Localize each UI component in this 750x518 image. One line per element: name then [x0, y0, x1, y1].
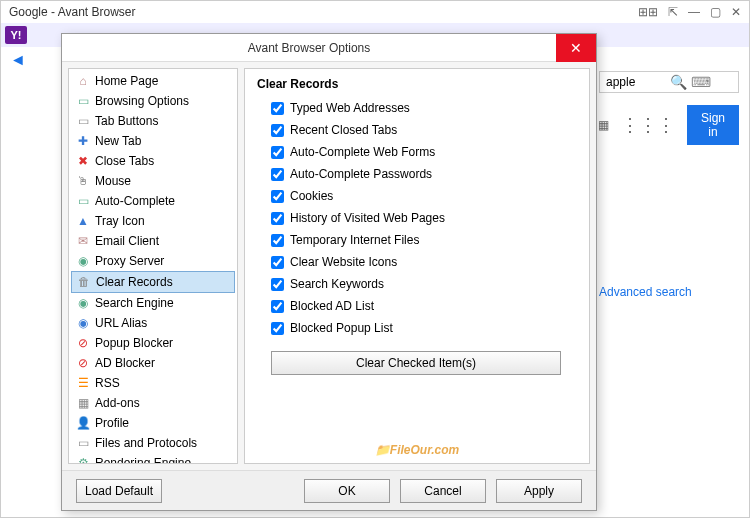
maximize-icon[interactable]: ▢ [710, 5, 721, 19]
content-panel: Clear Records Typed Web AddressesRecent … [244, 68, 590, 464]
checkbox-typed-web-addresses[interactable] [271, 102, 284, 115]
checkbox-clear-website-icons[interactable] [271, 256, 284, 269]
sidebar-item-new-tab[interactable]: ✚New Tab [71, 131, 235, 151]
search-box[interactable]: 🔍 ⌨ [599, 71, 739, 93]
popup-blocker-icon: ⊘ [75, 335, 91, 351]
sidebar-item-label: Email Client [95, 234, 159, 248]
checkbox-label: Clear Website Icons [290, 255, 397, 269]
checkbox-label: Auto-Complete Passwords [290, 167, 432, 181]
main-titlebar: Google - Avant Browser ⊞⊞ ⇱ — ▢ ✕ [1, 1, 749, 23]
sidebar-item-popup-blocker[interactable]: ⊘Popup Blocker [71, 333, 235, 353]
sidebar-item-label: New Tab [95, 134, 141, 148]
search-engine-icon: ◉ [75, 295, 91, 311]
checkbox-label: Recent Closed Tabs [290, 123, 397, 137]
checkbox-temporary-internet-files[interactable] [271, 234, 284, 247]
sidebar-item-label: Profile [95, 416, 129, 430]
sidebar-item-rendering-engine[interactable]: ⚙Rendering Engine [71, 453, 235, 464]
sidebar-item-search-engine[interactable]: ◉Search Engine [71, 293, 235, 313]
advanced-search-link[interactable]: Advanced search [599, 285, 739, 299]
new-tab-icon: ✚ [75, 133, 91, 149]
sidebar-item-files-and-protocols[interactable]: ▭Files and Protocols [71, 433, 235, 453]
search-icon[interactable]: 🔍 [670, 74, 687, 90]
sidebar-item-add-ons[interactable]: ▦Add-ons [71, 393, 235, 413]
sidebar-item-tab-buttons[interactable]: ▭Tab Buttons [71, 111, 235, 131]
sidebar-item-label: Auto-Complete [95, 194, 175, 208]
checkbox-row: Typed Web Addresses [257, 101, 577, 115]
sidebar-item-label: RSS [95, 376, 120, 390]
sign-in-button[interactable]: Sign in [687, 105, 739, 145]
checkbox-blocked-popup-list[interactable] [271, 322, 284, 335]
sidebar-item-close-tabs[interactable]: ✖Close Tabs [71, 151, 235, 171]
tab-buttons-icon: ▭ [75, 113, 91, 129]
checkbox-label: Blocked Popup List [290, 321, 393, 335]
sidebar-item-label: Add-ons [95, 396, 140, 410]
checkbox-row: Auto-Complete Web Forms [257, 145, 577, 159]
checkbox-row: Temporary Internet Files [257, 233, 577, 247]
sidebar-item-email-client[interactable]: ✉Email Client [71, 231, 235, 251]
checkbox-row: Search Keywords [257, 277, 577, 291]
sidebar-item-proxy-server[interactable]: ◉Proxy Server [71, 251, 235, 271]
checkbox-label: Auto-Complete Web Forms [290, 145, 435, 159]
minimize-icon[interactable]: — [688, 5, 700, 19]
dialog-body: ⌂Home Page▭Browsing Options▭Tab Buttons✚… [62, 62, 596, 470]
checkbox-auto-complete-web-forms[interactable] [271, 146, 284, 159]
dialog-title: Avant Browser Options [62, 41, 556, 55]
checkbox-label: Blocked AD List [290, 299, 374, 313]
sidebar-item-label: Tab Buttons [95, 114, 158, 128]
dialog-footer: Load Default OK Cancel Apply [62, 470, 596, 510]
page-right-content: 🔍 ⌨ ▦ ⋮⋮⋮ Sign in Advanced search [599, 71, 739, 299]
grid-apps-icon[interactable]: ⋮⋮⋮ [621, 114, 675, 136]
clear-records-icon: 🗑 [76, 274, 92, 290]
close-tabs-icon: ✖ [75, 153, 91, 169]
image-icon[interactable]: ▦ [598, 118, 609, 132]
sidebar-item-label: Home Page [95, 74, 158, 88]
tray-icon-icon: ▲ [75, 213, 91, 229]
tab-yahoo-icon[interactable]: Y! [5, 26, 27, 44]
sidebar-item-tray-icon[interactable]: ▲Tray Icon [71, 211, 235, 231]
back-button[interactable]: ◄ [9, 51, 27, 69]
keyboard-icon[interactable]: ⌨ [691, 74, 711, 90]
sidebar-item-label: Clear Records [96, 275, 173, 289]
search-input[interactable] [606, 75, 666, 89]
sidebar-item-label: Mouse [95, 174, 131, 188]
restore-icon[interactable]: ⇱ [668, 5, 678, 19]
checkbox-list: Typed Web AddressesRecent Closed TabsAut… [257, 101, 577, 335]
sidebar-item-rss[interactable]: ☰RSS [71, 373, 235, 393]
profile-icon: 👤 [75, 415, 91, 431]
sidebar-item-url-alias[interactable]: ◉URL Alias [71, 313, 235, 333]
sidebar-item-browsing-options[interactable]: ▭Browsing Options [71, 91, 235, 111]
checkbox-auto-complete-passwords[interactable] [271, 168, 284, 181]
checkbox-search-keywords[interactable] [271, 278, 284, 291]
apply-button[interactable]: Apply [496, 479, 582, 503]
panel-title: Clear Records [257, 77, 577, 91]
apps-icon[interactable]: ⊞⊞ [638, 5, 658, 19]
checkbox-cookies[interactable] [271, 190, 284, 203]
checkbox-row: Auto-Complete Passwords [257, 167, 577, 181]
sidebar-item-mouse[interactable]: 🖱Mouse [71, 171, 235, 191]
ok-button[interactable]: OK [304, 479, 390, 503]
add-ons-icon: ▦ [75, 395, 91, 411]
checkbox-label: Temporary Internet Files [290, 233, 419, 247]
options-sidebar[interactable]: ⌂Home Page▭Browsing Options▭Tab Buttons✚… [68, 68, 238, 464]
sidebar-item-clear-records[interactable]: 🗑Clear Records [71, 271, 235, 293]
checkbox-recent-closed-tabs[interactable] [271, 124, 284, 137]
sidebar-item-ad-blocker[interactable]: ⊘AD Blocker [71, 353, 235, 373]
sidebar-item-label: Proxy Server [95, 254, 164, 268]
dialog-close-button[interactable]: ✕ [556, 34, 596, 62]
sidebar-item-home-page[interactable]: ⌂Home Page [71, 71, 235, 91]
home-page-icon: ⌂ [75, 73, 91, 89]
cancel-button[interactable]: Cancel [400, 479, 486, 503]
sidebar-item-auto-complete[interactable]: ▭Auto-Complete [71, 191, 235, 211]
clear-checked-button[interactable]: Clear Checked Item(s) [271, 351, 561, 375]
url-alias-icon: ◉ [75, 315, 91, 331]
sidebar-item-profile[interactable]: 👤Profile [71, 413, 235, 433]
dialog-titlebar: Avant Browser Options ✕ [62, 34, 596, 62]
checkbox-history-of-visited-web-pages[interactable] [271, 212, 284, 225]
options-dialog: Avant Browser Options ✕ ⌂Home Page▭Brows… [61, 33, 597, 511]
watermark: 📁FileOur.com [375, 438, 459, 459]
checkbox-row: Recent Closed Tabs [257, 123, 577, 137]
checkbox-row: Blocked AD List [257, 299, 577, 313]
load-default-button[interactable]: Load Default [76, 479, 162, 503]
checkbox-blocked-ad-list[interactable] [271, 300, 284, 313]
close-icon[interactable]: ✕ [731, 5, 741, 19]
